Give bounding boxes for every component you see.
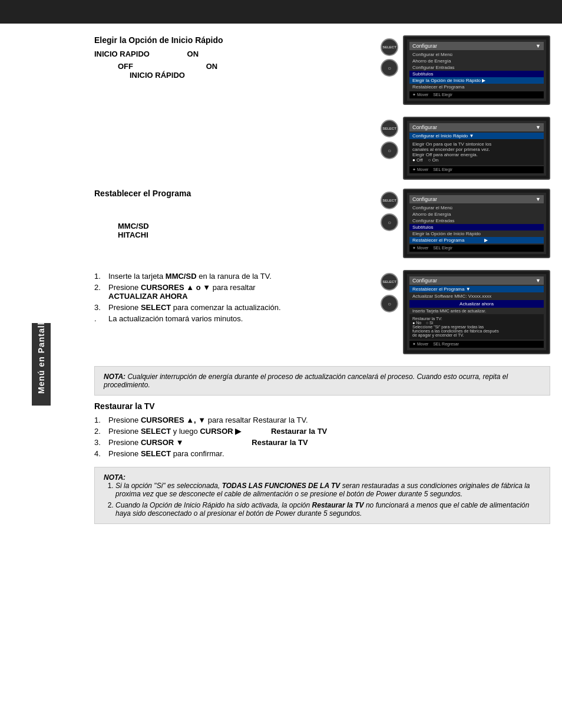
step4-dot: . La actualización tomará varios minutos… — [94, 314, 362, 323]
step2: 2. Presione CURSORES ▲ o ▼ para resaltar… — [94, 283, 362, 301]
main-content: Elegir la Opción de Inicio Rápido INICIO… — [24, 29, 562, 536]
tv-menu-inserto: Inserto Tarjeta MMC antes de actualizar. — [409, 308, 544, 314]
select-button-2: SELECT — [381, 120, 398, 137]
step1: 1. Inserte la tarjeta MMC/SD en la ranur… — [94, 272, 362, 281]
note2-label: NOTA: — [104, 473, 125, 482]
tv-menu-title-4: Configurar ▼ — [409, 276, 544, 285]
select-button-3: SELECT — [381, 192, 398, 209]
inicio-rapido-label: INICIO RAPIDO — [94, 50, 150, 58]
section5-step4: 4. Presione SELECT para confirmar. — [94, 449, 550, 458]
tv-menu-item: Elegir la Opción de Inicio Rápido — [409, 230, 544, 237]
tv-menu-footer-2: ✦ Mover SEL Elegir — [409, 166, 544, 173]
section1-title: Elegir la Opción de Inicio Rápido — [94, 35, 362, 45]
screen-wrapper-4: SELECT ○ Configurar ▼ Restablecer el Pro… — [403, 270, 550, 354]
tv-menu-3: Configurar ▼ Configurar el Menú Ahorro d… — [407, 193, 546, 254]
section1-text: Elegir la Opción de Inicio Rápido INICIO… — [94, 35, 368, 105]
tv-menu-item-config-inicio: Configurar el Inicio Rápido ▼ — [409, 133, 544, 139]
tv-screen-4: Configurar ▼ Restablecer el Programa ▼ A… — [403, 270, 550, 354]
tv-menu-item-restablecer-sel: Restablecer el Programa ▶ — [409, 237, 544, 243]
tv-screen-3: Configurar ▼ Configurar el Menú Ahorro d… — [403, 189, 550, 258]
select-button-1: SELECT — [381, 38, 398, 56]
section3-text: Restablecer el Programa MMC/SD HITACHI — [94, 189, 368, 258]
section5-step1: 1. Presione CURSORES ▲, ▼ para resaltar … — [94, 416, 550, 424]
section2-screen-wrap: SELECT ○ Configurar ▼ Configurar el Inic… — [379, 117, 550, 180]
tv-menu-title-1: Configurar ▼ — [409, 42, 544, 50]
tv-menu-item-subtitulos: Subtítulos — [409, 71, 544, 77]
note2-item1: Si la opción "Si" es seleccionada, TODAS… — [115, 482, 541, 498]
note-box-1: NOTA: Cualquier interrupción de energía … — [94, 366, 550, 396]
note1-text: Cualquier interrupción de energía durant… — [104, 373, 508, 389]
off-label: OFF — [118, 62, 133, 71]
hitachi-label: HITACHI — [118, 230, 362, 239]
tv-menu-item-subtitulos-3: Subtítulos — [409, 224, 544, 230]
tv-menu-1: Configurar ▼ Configurar el Menú Ahorro d… — [407, 39, 546, 101]
tv-menu-item-inicio: Elegir la Opción de Inicio Rápido ▶ — [409, 77, 544, 84]
section-inicio-rapido: Elegir la Opción de Inicio Rápido INICIO… — [94, 35, 550, 105]
section1-screen-wrap: SELECT ○ Configurar ▼ Configurar el Menú… — [379, 35, 550, 105]
section5-step2: 2. Presione SELECT y luego CURSOR ▶ Rest… — [94, 427, 550, 436]
section2-text — [94, 117, 368, 180]
tv-menu-title-3: Configurar ▼ — [409, 195, 544, 203]
tv-menu-item: Configurar Entradas — [409, 218, 544, 224]
screen-wrapper-2: SELECT ○ Configurar ▼ Configurar el Inic… — [403, 117, 550, 180]
tv-menu-item: Ahorro de Energía — [409, 58, 544, 64]
tv-menu-footer-3: ✦ Mover SEL Elegir — [409, 245, 544, 252]
note2-item1-text: Si la opción "Si" es seleccionada, TODAS… — [115, 482, 530, 498]
step3: 3. Presione SELECT para comenzar la actu… — [94, 303, 362, 312]
tv-menu-footer-4: ✦ Mover SEL Regresar — [409, 341, 544, 348]
tv-menu-actualizar: Actualizar Software MMC: Vxxxx.xxxx — [409, 292, 544, 300]
tv-menu-item: Configurar el Menú — [409, 205, 544, 211]
select-button-4: SELECT — [381, 273, 398, 291]
note-box-2: NOTA: Si la opción "Si" es seleccionada,… — [94, 467, 550, 524]
section-restablecer: Restablecer el Programa MMC/SD HITACHI S… — [94, 189, 550, 258]
circle-button-2: ○ — [381, 141, 398, 159]
sidebar-label: Menú en Pantalla — [32, 323, 51, 406]
tv-menu-footer-1: ✦ Mover SEL Elegir — [409, 91, 544, 98]
section5-step3: 3. Presione CURSOR ▼ Restaurar la TV — [94, 438, 550, 447]
tv-menu-item: Configurar Entradas — [409, 64, 544, 71]
tv-menu-desc-2: Elegir On para que la TV sintonice los c… — [409, 139, 544, 165]
inicio-rapido-indent: INICIO RÁPIDO — [130, 71, 185, 80]
tv-screen-2: Configurar ▼ Configurar el Inicio Rápido… — [403, 117, 550, 180]
tv-menu-actualizar-ahora: Actualizar ahora — [409, 300, 544, 308]
tv-menu-item: Ahorro de Energía — [409, 211, 544, 218]
tv-menu-restaurar-desc: Restaurar la TV: ● No ○ Si Seleccione "S… — [409, 314, 544, 340]
down-button-1: ○ — [381, 59, 398, 77]
section4-screen-wrap: SELECT ○ Configurar ▼ Restablecer el Pro… — [379, 270, 550, 354]
section3-title: Restablecer el Programa — [94, 189, 362, 198]
screen-wrapper-1: SELECT ○ Configurar ▼ Configurar el Menú… — [403, 35, 550, 105]
tv-menu-item-restablecer: Restablecer el Programa — [409, 84, 544, 90]
tv-menu-restablecer-titulo: Restablecer el Programa ▼ — [409, 286, 544, 292]
section3-screen-wrap: SELECT ○ Configurar ▼ Configurar el Menú… — [379, 189, 550, 258]
section4-text: 1. Inserte la tarjeta MMC/SD en la ranur… — [94, 270, 368, 354]
tv-menu-2: Configurar ▼ Configurar el Inicio Rápido… — [407, 121, 546, 176]
note1-label: NOTA: — [104, 373, 125, 381]
section-steps: 1. Inserte la tarjeta MMC/SD en la ranur… — [94, 270, 550, 354]
tv-screen-1: Configurar ▼ Configurar el Menú Ahorro d… — [403, 35, 550, 105]
section-config-inicio: SELECT ○ Configurar ▼ Configurar el Inic… — [94, 117, 550, 180]
screen-wrapper-3: SELECT ○ Configurar ▼ Configurar el Menú… — [403, 189, 550, 258]
note2-item2: Cuando la Opción de Inicio Rápido ha sid… — [115, 501, 541, 518]
section5: Restaurar la TV 1. Presione CURSORES ▲, … — [94, 401, 550, 458]
tv-menu-item: Configurar el Menú — [409, 51, 544, 58]
circle-button-4: ○ — [381, 295, 398, 312]
top-bar — [0, 0, 562, 24]
tv-menu-4: Configurar ▼ Restablecer el Programa ▼ A… — [407, 274, 546, 350]
section5-title: Restaurar la TV — [94, 401, 550, 411]
note2-item2-text: Cuando la Opción de Inicio Rápido ha sid… — [115, 501, 529, 518]
tv-menu-title-2: Configurar ▼ — [409, 123, 544, 131]
mmcsd-label: MMC/SD — [118, 222, 362, 230]
circle-button-3: ○ — [381, 213, 398, 231]
